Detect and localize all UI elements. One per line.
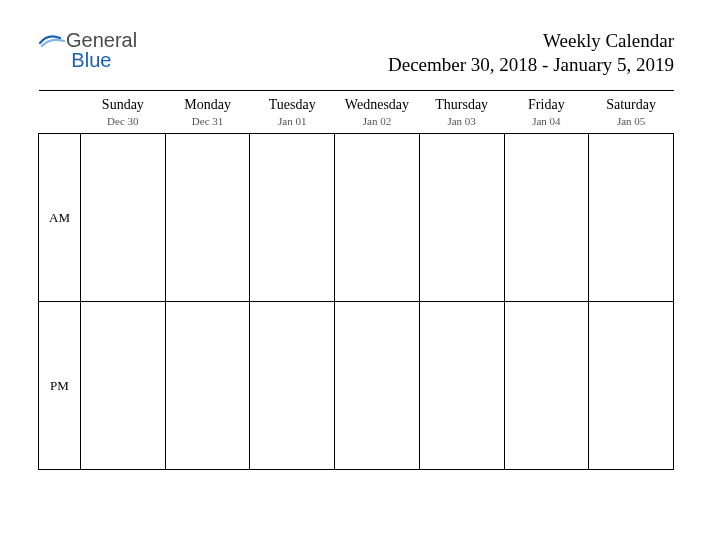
calendar-cell xyxy=(250,302,335,470)
day-header: Tuesday xyxy=(250,91,335,116)
logo: General Blue xyxy=(38,30,137,70)
calendar-cell xyxy=(504,302,589,470)
day-date: Jan 03 xyxy=(419,115,504,134)
day-header: Sunday xyxy=(81,91,166,116)
day-date: Dec 31 xyxy=(165,115,250,134)
period-label-pm: PM xyxy=(39,302,81,470)
calendar-table: Sunday Monday Tuesday Wednesday Thursday… xyxy=(38,90,674,470)
calendar-cell xyxy=(81,302,166,470)
calendar-cell xyxy=(504,134,589,302)
day-date: Jan 04 xyxy=(504,115,589,134)
period-label-am: AM xyxy=(39,134,81,302)
calendar-cell xyxy=(589,302,674,470)
logo-text-1: General xyxy=(66,29,137,51)
day-name-row: Sunday Monday Tuesday Wednesday Thursday… xyxy=(39,91,674,116)
calendar-cell xyxy=(165,302,250,470)
day-header: Monday xyxy=(165,91,250,116)
calendar-cell xyxy=(165,134,250,302)
calendar-cell xyxy=(419,134,504,302)
calendar-cell xyxy=(250,134,335,302)
day-date: Dec 30 xyxy=(81,115,166,134)
calendar-cell xyxy=(589,134,674,302)
day-header: Saturday xyxy=(589,91,674,116)
am-row: AM xyxy=(39,134,674,302)
pm-row: PM xyxy=(39,302,674,470)
day-date: Jan 01 xyxy=(250,115,335,134)
day-header: Thursday xyxy=(419,91,504,116)
logo-text-2: Blue xyxy=(71,49,111,71)
calendar-cell xyxy=(335,134,420,302)
date-range: December 30, 2018 - January 5, 2019 xyxy=(388,54,674,76)
day-date: Jan 05 xyxy=(589,115,674,134)
day-header: Friday xyxy=(504,91,589,116)
logo-swoosh-icon xyxy=(38,30,68,44)
day-date: Jan 02 xyxy=(335,115,420,134)
page-title: Weekly Calendar xyxy=(388,30,674,52)
calendar-cell xyxy=(419,302,504,470)
calendar-cell xyxy=(335,302,420,470)
header: General Blue Weekly Calendar December 30… xyxy=(38,30,674,76)
day-header: Wednesday xyxy=(335,91,420,116)
title-block: Weekly Calendar December 30, 2018 - Janu… xyxy=(388,30,674,76)
calendar-cell xyxy=(81,134,166,302)
day-date-row: Dec 30 Dec 31 Jan 01 Jan 02 Jan 03 Jan 0… xyxy=(39,115,674,134)
